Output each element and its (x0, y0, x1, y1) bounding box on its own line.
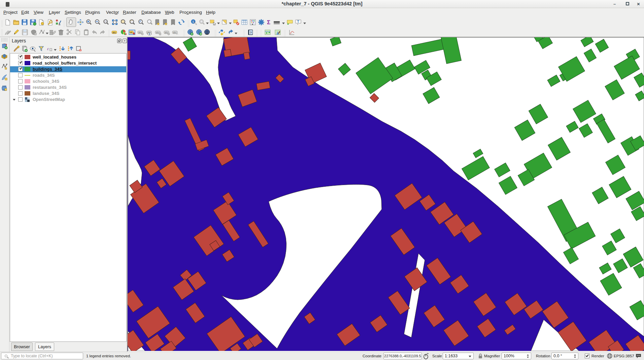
svg-text:R: R (200, 33, 202, 35)
svg-text:?: ? (250, 31, 252, 34)
svg-text:ε: ε (47, 46, 49, 51)
svg-text:abc: abc (138, 31, 142, 34)
svg-text:abc: abc (165, 31, 168, 34)
svg-text:a: a (59, 23, 60, 26)
svg-text:abc: abc (173, 31, 177, 34)
svg-text:ab: ab (130, 31, 133, 33)
svg-text:T: T (297, 20, 299, 24)
svg-text:abc: abc (112, 31, 116, 34)
svg-text:1:1: 1:1 (104, 21, 107, 23)
svg-text:i: i (193, 20, 194, 24)
svg-text:Σ: Σ (267, 19, 270, 26)
